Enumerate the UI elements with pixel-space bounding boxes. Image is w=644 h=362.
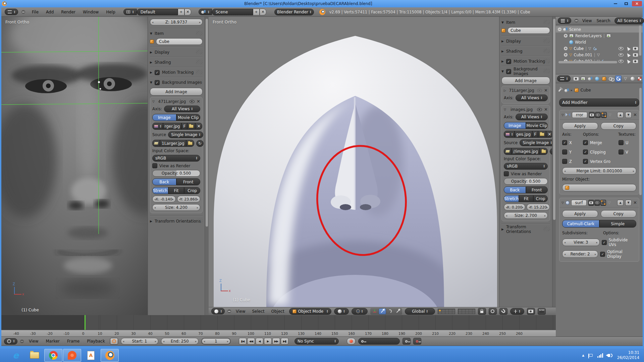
proportional-edit-button[interactable] xyxy=(489,308,497,315)
image-entry-name[interactable]: 71Larger.jpg xyxy=(508,88,535,93)
object-name-field[interactable]: Cube xyxy=(156,38,203,45)
open-image-button[interactable] xyxy=(187,123,195,130)
taskbar-blender[interactable] xyxy=(101,349,119,362)
apply-button[interactable]: Apply xyxy=(562,122,598,130)
tab-texture[interactable] xyxy=(637,75,643,82)
delete-keyframe-button[interactable] xyxy=(413,338,421,345)
panel-header-shading[interactable]: ▶Shading xyxy=(150,59,203,66)
editor-type-button-timeline[interactable] xyxy=(4,338,17,345)
sync-dropdown[interactable]: No Sync xyxy=(294,338,339,345)
layout-delete-button[interactable]: ✕ xyxy=(184,9,191,15)
image-entry-name[interactable]: 471Larger.jpg xyxy=(157,99,187,104)
outliner-row-world[interactable]: World xyxy=(556,39,643,45)
add-modifier-dropdown[interactable]: Add Modifier xyxy=(559,99,639,107)
background-images-checkbox[interactable] xyxy=(506,69,511,74)
view-as-render-checkbox[interactable] xyxy=(152,163,157,168)
collapse-menus-icon[interactable] xyxy=(20,340,24,343)
snap-element-dropdown[interactable] xyxy=(510,308,524,315)
triangle-down-icon[interactable]: ▽ xyxy=(152,100,155,103)
image-browse-button[interactable] xyxy=(504,131,515,138)
collapse-icon[interactable]: − xyxy=(558,27,561,31)
scale-manipulator-button[interactable] xyxy=(394,308,401,314)
insert-keyframe-button[interactable] xyxy=(402,338,411,345)
play-reverse-button[interactable]: ◀ xyxy=(256,338,263,345)
maximize-button[interactable] xyxy=(621,1,631,6)
translate-manipulator-button[interactable] xyxy=(379,308,386,314)
move-modifier-down-button[interactable]: ▼ xyxy=(625,200,632,206)
timeline-editor[interactable]: -40-30-20-100102030405060708090100110120… xyxy=(1,315,556,337)
editor-type-button-outliner[interactable] xyxy=(558,17,571,24)
fit-button[interactable]: Fit xyxy=(519,195,533,202)
panel-header-motion-tracking[interactable]: ▶Motion Tracking xyxy=(501,58,550,65)
render-toggle[interactable] xyxy=(588,200,594,206)
back-button[interactable]: Back xyxy=(152,178,176,185)
panel-header-display[interactable]: ▶Display xyxy=(150,49,203,56)
opacity-slider[interactable]: Opacity: 0.500 xyxy=(504,178,548,185)
axis-dropdown[interactable]: All Views xyxy=(164,106,200,112)
hidden-icons-arrow[interactable]: ▲ xyxy=(582,354,584,357)
scene-delete-button[interactable]: ✕ xyxy=(260,9,266,15)
view-subdivisions-slider[interactable]: View: 3 xyxy=(562,239,600,246)
visibility-eye-icon[interactable] xyxy=(619,53,624,57)
triangle-down-icon[interactable]: ▽ xyxy=(504,108,506,111)
renderability-camera-icon[interactable] xyxy=(633,47,638,50)
layers-grid-1[interactable] xyxy=(438,309,455,314)
cage-toggle[interactable]: ▽ xyxy=(606,200,612,206)
fit-button[interactable]: Fit xyxy=(168,187,184,194)
close-icon[interactable]: ✕ xyxy=(544,108,548,111)
layers-grid-2[interactable] xyxy=(458,309,475,314)
menu-select[interactable]: Select xyxy=(251,309,265,314)
taskbar-internet-explorer[interactable]: e xyxy=(7,349,25,362)
taskbar-origin[interactable] xyxy=(63,349,81,362)
panel-header-shading[interactable]: ▶Shading xyxy=(501,48,550,55)
snap-toggle-button[interactable] xyxy=(499,308,507,315)
visibility-eye-icon[interactable] xyxy=(619,47,624,50)
motion-tracking-checkbox[interactable] xyxy=(506,59,511,64)
viewport-shading-dropdown[interactable] xyxy=(334,308,349,315)
render-toggle[interactable] xyxy=(589,112,595,118)
timeline-ruler[interactable]: -40-30-20-100102030405060708090100110120… xyxy=(1,330,556,337)
tab-scene[interactable] xyxy=(587,75,593,82)
motion-tracking-checkbox[interactable] xyxy=(155,70,160,75)
eye-icon[interactable] xyxy=(537,89,542,92)
clipping-checkbox[interactable] xyxy=(583,149,588,155)
layout-browse-button[interactable] xyxy=(123,9,137,15)
selectability-cursor-icon[interactable] xyxy=(626,46,631,51)
fake-user-button[interactable]: F xyxy=(181,123,187,130)
previous-keyframe-button[interactable]: ◀◀ xyxy=(247,338,255,345)
editor-type-button-3dview[interactable] xyxy=(211,308,225,314)
editor-type-button-info[interactable] xyxy=(5,9,18,15)
menu-window[interactable]: Window xyxy=(82,10,99,14)
subdivide-uvs-checkbox[interactable] xyxy=(602,240,607,245)
mirror-object-field[interactable] xyxy=(562,184,636,191)
simple-button[interactable]: Simple xyxy=(599,220,637,228)
opengl-render-button[interactable] xyxy=(527,308,535,315)
properties-scrollbar[interactable] xyxy=(639,88,642,195)
editmode-toggle[interactable] xyxy=(601,112,607,118)
colorspace-dropdown[interactable]: sRGB xyxy=(504,163,548,170)
mirror-z-checkbox[interactable] xyxy=(562,159,567,164)
editor-type-button-properties[interactable] xyxy=(557,75,571,82)
taskbar-chrome[interactable] xyxy=(44,349,62,362)
network-signal-icon[interactable] xyxy=(597,353,603,358)
viewport-toggle[interactable] xyxy=(595,112,601,118)
texture-u-checkbox[interactable] xyxy=(619,140,624,145)
menu-view[interactable]: View xyxy=(582,18,592,23)
clock[interactable]: 10:31 26/02/2014 xyxy=(617,350,639,360)
crop-button[interactable]: Crop xyxy=(184,187,200,194)
view-as-render-checkbox[interactable] xyxy=(504,171,509,176)
scene-add-button[interactable]: + xyxy=(253,9,260,15)
triangle-down-icon[interactable]: ▽ xyxy=(561,113,564,117)
play-button[interactable]: ▶ xyxy=(264,338,272,345)
cage-toggle[interactable]: ▽ xyxy=(607,112,613,118)
menu-playback[interactable]: Playback xyxy=(86,339,106,344)
jump-to-end-button[interactable]: ▶▮ xyxy=(281,338,288,345)
front-button[interactable]: Front xyxy=(526,186,548,193)
filepath-field[interactable]: 1Larger.jpg xyxy=(160,140,186,147)
open-file-button[interactable] xyxy=(540,148,548,155)
close-icon[interactable]: ✕ xyxy=(197,100,200,103)
tab-world[interactable] xyxy=(594,75,600,82)
mode-dropdown[interactable]: Object Mode xyxy=(289,308,331,315)
renderability-camera-icon[interactable] xyxy=(633,53,638,57)
stretch-button[interactable]: Stretch xyxy=(504,195,519,202)
